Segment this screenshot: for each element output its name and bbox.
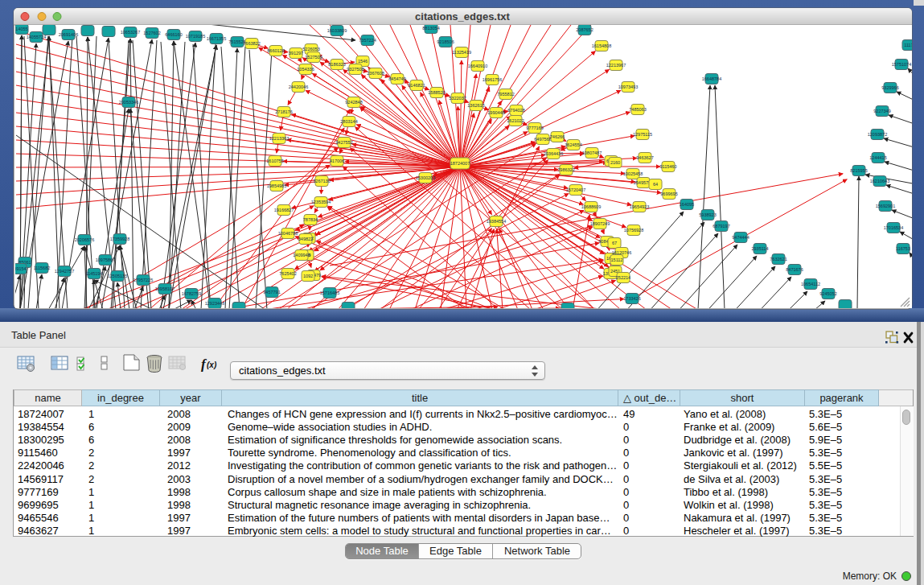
svg-text:3624554: 3624554: [565, 142, 581, 147]
svg-text:9245052: 9245052: [819, 291, 836, 296]
svg-text:18724007: 18724007: [450, 161, 470, 166]
svg-text:8471676: 8471676: [786, 267, 803, 272]
svg-text:39154: 39154: [14, 266, 26, 271]
svg-text:9427552: 9427552: [335, 140, 352, 145]
svg-text:9227349: 9227349: [873, 109, 890, 113]
svg-text:9115460: 9115460: [659, 164, 676, 169]
svg-text:15716485: 15716485: [320, 290, 339, 295]
svg-text:2935114: 2935114: [751, 246, 768, 251]
svg-text:64: 64: [653, 182, 658, 187]
svg-text:19654923: 19654923: [630, 204, 649, 209]
svg-text:19384554: 19384554: [487, 219, 506, 224]
svg-text:10958107: 10958107: [155, 286, 175, 291]
svg-text:20053346: 20053346: [119, 100, 138, 105]
svg-text:12213967: 12213967: [606, 63, 626, 68]
svg-text:6497568: 6497568: [534, 137, 551, 142]
svg-text:8813054: 8813054: [422, 26, 439, 31]
svg-text:1409948: 1409948: [293, 253, 310, 257]
svg-text:18907249: 18907249: [590, 221, 610, 226]
svg-text:9699695: 9699695: [660, 192, 677, 196]
svg-text:16210643: 16210643: [870, 179, 889, 183]
svg-text:9218506: 9218506: [437, 39, 454, 44]
svg-text:6466160: 6466160: [165, 32, 182, 37]
svg-text:(x): (x): [207, 360, 217, 369]
svg-text:1527509: 1527509: [305, 55, 322, 60]
svg-text:9329966: 9329966: [881, 85, 898, 90]
svg-text:8186323: 8186323: [328, 62, 345, 67]
svg-text:10046788: 10046788: [278, 231, 298, 236]
svg-text:9474444: 9474444: [732, 235, 749, 240]
svg-text:9457791: 9457791: [263, 290, 280, 295]
svg-text:7986322: 7986322: [557, 167, 574, 172]
svg-text:164095: 164095: [680, 202, 694, 207]
svg-text:2367608: 2367608: [367, 71, 384, 76]
svg-text:10025458: 10025458: [623, 171, 643, 176]
svg-text:16782759: 16782759: [182, 291, 201, 296]
svg-text:7357224: 7357224: [359, 38, 376, 43]
svg-text:2803144: 2803144: [340, 119, 357, 124]
svg-text:14055: 14055: [15, 27, 27, 31]
svg-text:20364436: 20364436: [544, 151, 563, 156]
svg-text:8215955: 8215955: [850, 168, 867, 173]
svg-text:2160: 2160: [610, 160, 620, 165]
svg-text:15112: 15112: [611, 257, 623, 262]
svg-text:10688609: 10688609: [581, 204, 601, 209]
svg-text:11325419: 11325419: [452, 50, 471, 55]
svg-text:12975115: 12975115: [633, 132, 652, 137]
svg-text:19854985: 19854985: [267, 183, 286, 188]
svg-text:3267130: 3267130: [313, 179, 330, 183]
svg-text:16648784: 16648784: [702, 76, 721, 81]
svg-text:1610755: 1610755: [266, 159, 283, 163]
svg-text:15720407: 15720407: [566, 187, 585, 192]
svg-text:787834: 787834: [303, 217, 318, 222]
svg-text:16961756: 16961756: [483, 77, 502, 82]
svg-text:746266: 746266: [550, 134, 565, 139]
svg-text:15692901: 15692901: [876, 204, 895, 208]
svg-text:1244415: 1244415: [869, 155, 886, 160]
svg-text:9242848: 9242848: [345, 100, 362, 105]
svg-text:9146821: 9146821: [408, 83, 425, 88]
svg-text:12093872: 12093872: [868, 132, 887, 137]
svg-text:10719185: 10719185: [186, 34, 205, 39]
svg-text:12505135: 12505135: [108, 274, 127, 278]
svg-text:349822: 349822: [298, 237, 313, 241]
svg-text:12942757: 12942757: [55, 269, 74, 274]
svg-text:24420046: 24420046: [289, 84, 308, 89]
svg-text:7955812: 7955812: [497, 92, 514, 97]
svg-text:9777169: 9777169: [526, 126, 543, 130]
svg-text:10975867: 10975867: [96, 257, 115, 262]
svg-text:1117: 1117: [904, 43, 913, 47]
svg-text:14055724: 14055724: [27, 35, 46, 39]
svg-text:16033809: 16033809: [327, 28, 347, 33]
svg-text:20206576: 20206576: [75, 237, 94, 242]
svg-text:12353594: 12353594: [311, 200, 331, 204]
svg-text:20691406: 20691406: [59, 32, 78, 37]
svg-text:116753: 116753: [896, 246, 910, 251]
svg-text:7625402: 7625402: [279, 271, 296, 276]
svg-text:12923448: 12923448: [205, 301, 224, 306]
svg-text:67: 67: [612, 241, 617, 245]
svg-text:1621022: 1621022: [507, 118, 524, 123]
svg-text:9327508: 9327508: [347, 67, 363, 72]
svg-text:1733426: 1733426: [623, 296, 640, 301]
svg-text:10973493: 10973493: [618, 84, 638, 89]
svg-text:417006: 417006: [330, 159, 344, 163]
svg-text:5322037: 5322037: [449, 96, 466, 101]
svg-text:12213363: 12213363: [269, 136, 289, 141]
svg-text:6794028: 6794028: [507, 108, 524, 113]
svg-text:10756928: 10756928: [624, 228, 643, 233]
svg-text:1588520: 1588520: [428, 90, 445, 95]
svg-text:15300203: 15300203: [416, 175, 435, 180]
svg-text:10654112: 10654112: [801, 282, 820, 286]
svg-text:1145194: 1145194: [85, 271, 102, 276]
svg-text:8454749: 8454749: [388, 76, 405, 81]
svg-text:1054336: 1054336: [297, 67, 314, 72]
svg-text:10653267: 10653267: [121, 30, 140, 35]
svg-text:17957225: 17957225: [133, 278, 153, 282]
svg-text:8660128: 8660128: [267, 48, 284, 53]
svg-text:7485063: 7485063: [629, 107, 646, 112]
svg-text:citations_edges.txt: citations_edges.txt: [415, 10, 510, 23]
svg-text:1990448: 1990448: [487, 110, 504, 115]
svg-text:16671355: 16671355: [207, 36, 226, 41]
svg-text:9463627: 9463627: [636, 155, 653, 160]
